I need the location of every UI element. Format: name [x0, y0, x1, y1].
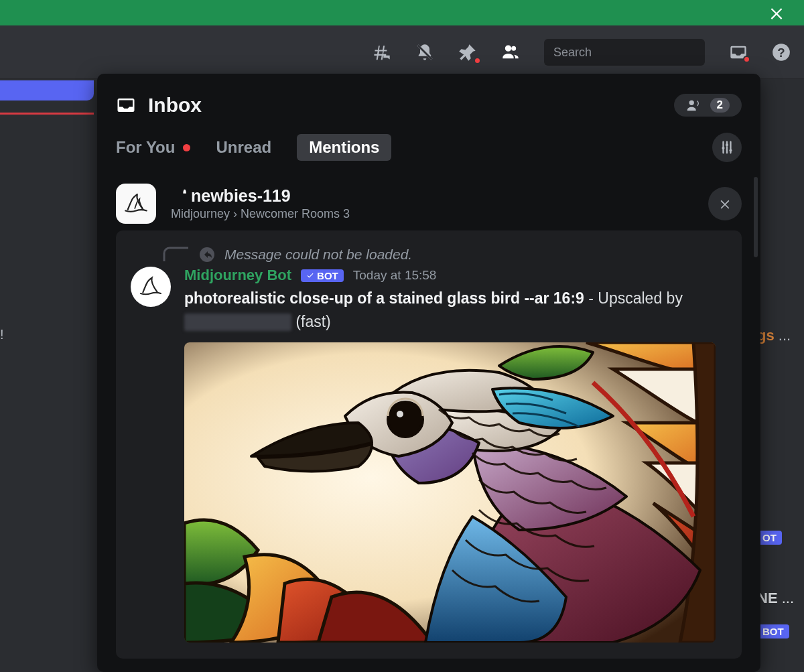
truncated-text: NE ...: [757, 590, 794, 607]
truncated-text: gs ...: [757, 327, 791, 344]
midjourney-logo-icon: [137, 273, 164, 300]
hashtag-locked-icon: [171, 188, 188, 205]
reply-arrow-icon: [199, 247, 215, 263]
svg-text:?: ?: [777, 46, 785, 60]
breadcrumb[interactable]: Midjourney › Newcomer Rooms 3: [171, 207, 693, 221]
top-banner: [0, 0, 804, 25]
channel-name[interactable]: newbies-119: [171, 186, 693, 206]
bot-tag: BOT: [301, 269, 344, 282]
inbox-icon: [116, 95, 136, 115]
pinned-messages-icon[interactable]: [458, 43, 477, 62]
tab-for-you[interactable]: For You: [116, 138, 190, 157]
svg-point-8: [388, 402, 423, 437]
bot-tag: OT: [757, 531, 782, 545]
reply-error-text: Message could not be loaded.: [224, 247, 412, 263]
close-icon[interactable]: [768, 4, 785, 21]
inbox-icon[interactable]: [729, 43, 748, 62]
channel-toolbar: ?: [0, 25, 804, 79]
mention-header[interactable]: newbies-119 Midjourney › Newcomer Rooms …: [97, 177, 760, 230]
message-timestamp: Today at 15:58: [353, 268, 437, 283]
inbox-title: Inbox: [148, 94, 202, 117]
unread-dot: [183, 144, 190, 151]
server-icon[interactable]: [116, 184, 156, 224]
message-card[interactable]: Message could not be loaded. Midjourney …: [116, 230, 742, 659]
verified-check-icon: [306, 271, 314, 279]
unread-divider: [0, 113, 94, 115]
person-wave-icon: [686, 98, 701, 113]
sliders-icon: [720, 140, 734, 155]
count-badge: 2: [710, 98, 730, 113]
redacted-username: [184, 314, 291, 331]
message-author[interactable]: Midjourney Bot: [184, 267, 291, 284]
svg-point-9: [395, 409, 405, 419]
search-box[interactable]: [544, 39, 705, 66]
message-content: photorealistic close-up of a stained gla…: [184, 287, 727, 333]
svg-point-3: [726, 143, 728, 146]
new-unread-pill[interactable]: [0, 80, 94, 100]
image-attachment[interactable]: [184, 342, 716, 643]
svg-point-2: [722, 147, 724, 149]
threads-icon[interactable]: [373, 43, 391, 62]
dismiss-button[interactable]: [708, 187, 742, 220]
inbox-tabs: For You Unread Mentions: [97, 123, 760, 177]
search-input[interactable]: [552, 45, 710, 60]
member-list-icon[interactable]: [501, 43, 520, 62]
tab-unread[interactable]: Unread: [216, 138, 271, 157]
help-icon[interactable]: ?: [772, 43, 791, 62]
truncated-text: !: [0, 327, 9, 342]
close-icon: [718, 197, 732, 210]
reply-reference: Message could not be loaded.: [163, 247, 727, 263]
tab-mentions[interactable]: Mentions: [297, 134, 391, 161]
inbox-settings-button[interactable]: [712, 133, 742, 162]
inbox-panel: Inbox 2 For You Unread Mentions: [97, 74, 760, 672]
notifications-muted-icon[interactable]: [415, 43, 434, 62]
avatar[interactable]: [131, 267, 171, 307]
mentions-friends-pill[interactable]: 2: [674, 94, 742, 117]
background-member-list: gs ... OT NE ... BOT: [757, 79, 804, 672]
svg-point-4: [729, 149, 732, 152]
scrollbar-thumb[interactable]: [754, 177, 758, 257]
bot-tag: BOT: [757, 624, 789, 639]
midjourney-logo-icon: [122, 190, 150, 218]
